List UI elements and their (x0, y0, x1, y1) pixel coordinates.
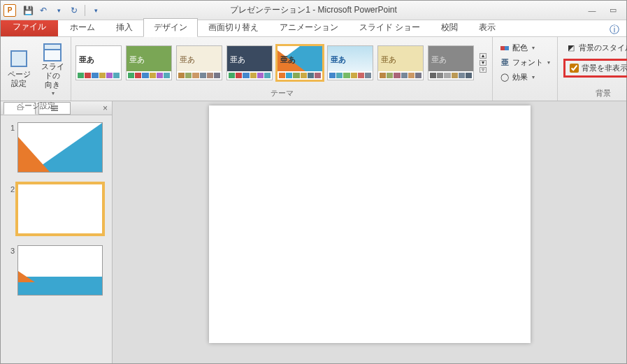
colors-icon (500, 43, 510, 53)
theme-thumb-2[interactable]: 亜あ (126, 45, 172, 80)
hide-background-checkbox[interactable]: 背景を非表示 (563, 59, 627, 78)
ribbon: ページ 設定 スライドの 向き▾ ページ設定 亜あ (1, 37, 626, 101)
window-title: プレゼンテーション1 - Microsoft PowerPoint (230, 4, 397, 16)
orientation-icon (43, 43, 62, 59)
slide-canvas[interactable] (209, 105, 531, 343)
tab-view[interactable]: 表示 (468, 18, 506, 36)
slide-number: 2 (5, 184, 15, 234)
theme-thumb-7[interactable]: 亜あ (377, 45, 424, 80)
chevron-down-icon: ▾ (52, 90, 55, 96)
slide-thumbnail-1[interactable] (17, 122, 103, 173)
workspace: ▭ × 1 2 3 (1, 101, 626, 363)
undo-icon[interactable]: ↶ (37, 4, 50, 17)
group-page-setup: ページ 設定 スライドの 向き▾ ページ設定 (1, 37, 71, 101)
qat-customize-icon[interactable]: ▾ (89, 4, 102, 17)
titlebar: P 💾 ↶ ▾ ↻ ▾ プレゼンテーション1 - Microsoft Power… (1, 1, 626, 20)
slide-number: 1 (5, 122, 15, 173)
chevron-down-icon: ▾ (547, 59, 550, 66)
tab-insert[interactable]: 挿入 (106, 18, 143, 36)
effects-button[interactable]: ◯ 効果▾ (497, 71, 538, 84)
tab-slideshow[interactable]: スライド ショー (349, 18, 431, 36)
hide-background-input[interactable] (570, 64, 579, 73)
fonts-icon: 亜 (500, 58, 510, 68)
app-window: P 💾 ↶ ▾ ↻ ▾ プレゼンテーション1 - Microsoft Power… (0, 0, 627, 364)
theme-thumb-8[interactable]: 亜あ (428, 45, 474, 80)
theme-scroll-up-icon[interactable]: ▴ (480, 53, 487, 59)
group-themes: 亜あ 亜あ 亜あ 亜あ (71, 37, 493, 101)
group-variants: 配色▾ 亜 フォント▾ ◯ 効果▾ (493, 37, 558, 101)
slide-orientation-button[interactable]: スライドの 向き▾ (37, 38, 68, 99)
group-label-background: 背景 ↘ (561, 87, 627, 100)
theme-scroll-down-icon[interactable]: ▾ (480, 60, 487, 66)
slide-row[interactable]: 1 (5, 122, 108, 173)
background-styles-icon: ◩ (566, 43, 576, 53)
redo-icon[interactable]: ↻ (68, 4, 80, 17)
theme-thumb-4[interactable]: 亜あ (226, 45, 273, 80)
tab-review[interactable]: 校閲 (431, 18, 468, 36)
chevron-down-icon: ▾ (532, 74, 535, 80)
quick-access-toolbar: 💾 ↶ ▾ ↻ ▾ (22, 4, 102, 17)
group-background: ◩ 背景のスタイル▾ 背景を非表示 背景 ↘ (558, 37, 627, 101)
theme-thumb-6[interactable]: 亜あ (327, 45, 373, 80)
window-controls: — ▭ (586, 6, 626, 15)
orientation-label: スライドの 向き (38, 62, 66, 90)
slide-thumbnail-2[interactable] (17, 184, 103, 234)
tab-transitions[interactable]: 画面切り替え (198, 18, 269, 36)
group-label-themes: テーマ (74, 87, 489, 100)
page-setup-label: ページ 設定 (8, 70, 31, 88)
tab-home[interactable]: ホーム (59, 18, 106, 36)
group-label-variants (496, 89, 554, 100)
theme-thumb-5-selected[interactable]: 亜あ (277, 45, 323, 80)
theme-thumb-3[interactable]: 亜あ (176, 45, 222, 80)
background-styles-button[interactable]: ◩ 背景のスタイル▾ (563, 41, 627, 54)
canvas-area[interactable] (113, 101, 626, 363)
tab-animations[interactable]: アニメーション (269, 18, 349, 36)
group-label-page-setup: ページ設定 (3, 99, 68, 112)
effects-icon: ◯ (500, 73, 510, 82)
hide-background-label: 背景を非表示 (582, 63, 627, 73)
ribbon-tabs: ファイル ホーム 挿入 デザイン 画面切り替え アニメーション スライド ショー… (1, 20, 626, 37)
help-icon[interactable]: ⓘ (610, 24, 619, 36)
close-panel-icon[interactable]: × (103, 103, 108, 113)
slide-thumbnail-3[interactable] (17, 245, 103, 296)
undo-dropdown-icon[interactable]: ▾ (52, 4, 65, 17)
chevron-down-icon: ▾ (532, 45, 535, 51)
theme-more-icon[interactable]: ▿ (480, 67, 487, 73)
minimize-icon[interactable]: — (586, 6, 598, 15)
slides-list[interactable]: 1 2 3 (1, 115, 112, 363)
powerpoint-icon: P (3, 4, 16, 17)
page-setup-button[interactable]: ページ 設定 (3, 46, 34, 91)
tab-design[interactable]: デザイン (143, 18, 198, 37)
colors-button[interactable]: 配色▾ (497, 41, 538, 54)
save-icon[interactable]: 💾 (22, 4, 34, 17)
qat-separator (85, 5, 85, 16)
slide-number: 3 (5, 245, 15, 296)
theme-thumb-1[interactable]: 亜あ (75, 45, 122, 80)
theme-gallery-spinner: ▴ ▾ ▿ (478, 52, 488, 74)
page-setup-icon (10, 50, 27, 67)
slide-row[interactable]: 3 (5, 245, 108, 296)
maximize-icon[interactable]: ▭ (607, 6, 619, 15)
slide-row[interactable]: 2 (5, 184, 108, 234)
fonts-button[interactable]: 亜 フォント▾ (497, 56, 553, 69)
slides-panel: ▭ × 1 2 3 (1, 101, 113, 363)
